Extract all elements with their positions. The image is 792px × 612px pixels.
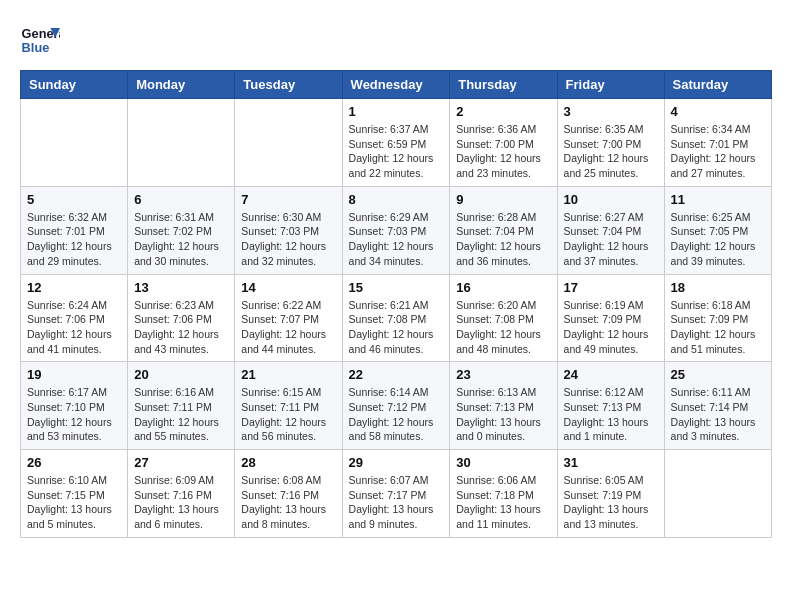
day-number: 3	[564, 104, 658, 119]
day-number: 22	[349, 367, 444, 382]
weekday-header: Tuesday	[235, 71, 342, 99]
day-info: Sunrise: 6:30 AM Sunset: 7:03 PM Dayligh…	[241, 210, 335, 269]
day-number: 8	[349, 192, 444, 207]
calendar-cell: 30Sunrise: 6:06 AM Sunset: 7:18 PM Dayli…	[450, 450, 557, 538]
calendar-week-row: 5Sunrise: 6:32 AM Sunset: 7:01 PM Daylig…	[21, 186, 772, 274]
day-info: Sunrise: 6:14 AM Sunset: 7:12 PM Dayligh…	[349, 385, 444, 444]
logo: General Blue	[20, 20, 68, 60]
day-number: 15	[349, 280, 444, 295]
calendar-cell: 19Sunrise: 6:17 AM Sunset: 7:10 PM Dayli…	[21, 362, 128, 450]
day-info: Sunrise: 6:37 AM Sunset: 6:59 PM Dayligh…	[349, 122, 444, 181]
day-info: Sunrise: 6:07 AM Sunset: 7:17 PM Dayligh…	[349, 473, 444, 532]
day-info: Sunrise: 6:19 AM Sunset: 7:09 PM Dayligh…	[564, 298, 658, 357]
day-number: 5	[27, 192, 121, 207]
day-number: 27	[134, 455, 228, 470]
calendar-cell: 2Sunrise: 6:36 AM Sunset: 7:00 PM Daylig…	[450, 99, 557, 187]
day-info: Sunrise: 6:05 AM Sunset: 7:19 PM Dayligh…	[564, 473, 658, 532]
day-info: Sunrise: 6:27 AM Sunset: 7:04 PM Dayligh…	[564, 210, 658, 269]
day-number: 21	[241, 367, 335, 382]
day-info: Sunrise: 6:24 AM Sunset: 7:06 PM Dayligh…	[27, 298, 121, 357]
day-info: Sunrise: 6:35 AM Sunset: 7:00 PM Dayligh…	[564, 122, 658, 181]
day-info: Sunrise: 6:15 AM Sunset: 7:11 PM Dayligh…	[241, 385, 335, 444]
weekday-header: Thursday	[450, 71, 557, 99]
day-number: 7	[241, 192, 335, 207]
calendar-cell: 20Sunrise: 6:16 AM Sunset: 7:11 PM Dayli…	[128, 362, 235, 450]
day-info: Sunrise: 6:36 AM Sunset: 7:00 PM Dayligh…	[456, 122, 550, 181]
calendar-cell: 12Sunrise: 6:24 AM Sunset: 7:06 PM Dayli…	[21, 274, 128, 362]
day-number: 17	[564, 280, 658, 295]
calendar-cell: 3Sunrise: 6:35 AM Sunset: 7:00 PM Daylig…	[557, 99, 664, 187]
calendar-cell: 31Sunrise: 6:05 AM Sunset: 7:19 PM Dayli…	[557, 450, 664, 538]
calendar-cell	[235, 99, 342, 187]
day-info: Sunrise: 6:10 AM Sunset: 7:15 PM Dayligh…	[27, 473, 121, 532]
calendar-cell	[664, 450, 771, 538]
day-number: 19	[27, 367, 121, 382]
calendar-cell: 1Sunrise: 6:37 AM Sunset: 6:59 PM Daylig…	[342, 99, 450, 187]
calendar-cell: 18Sunrise: 6:18 AM Sunset: 7:09 PM Dayli…	[664, 274, 771, 362]
svg-text:Blue: Blue	[22, 40, 50, 55]
day-number: 12	[27, 280, 121, 295]
day-info: Sunrise: 6:06 AM Sunset: 7:18 PM Dayligh…	[456, 473, 550, 532]
day-info: Sunrise: 6:13 AM Sunset: 7:13 PM Dayligh…	[456, 385, 550, 444]
day-number: 23	[456, 367, 550, 382]
calendar-week-row: 26Sunrise: 6:10 AM Sunset: 7:15 PM Dayli…	[21, 450, 772, 538]
calendar-cell	[21, 99, 128, 187]
day-number: 29	[349, 455, 444, 470]
calendar-cell: 22Sunrise: 6:14 AM Sunset: 7:12 PM Dayli…	[342, 362, 450, 450]
calendar-cell: 23Sunrise: 6:13 AM Sunset: 7:13 PM Dayli…	[450, 362, 557, 450]
calendar-cell: 15Sunrise: 6:21 AM Sunset: 7:08 PM Dayli…	[342, 274, 450, 362]
weekday-header: Wednesday	[342, 71, 450, 99]
calendar-cell: 28Sunrise: 6:08 AM Sunset: 7:16 PM Dayli…	[235, 450, 342, 538]
day-info: Sunrise: 6:34 AM Sunset: 7:01 PM Dayligh…	[671, 122, 765, 181]
day-number: 9	[456, 192, 550, 207]
page-header: General Blue	[20, 20, 772, 60]
calendar-cell: 16Sunrise: 6:20 AM Sunset: 7:08 PM Dayli…	[450, 274, 557, 362]
day-info: Sunrise: 6:22 AM Sunset: 7:07 PM Dayligh…	[241, 298, 335, 357]
day-info: Sunrise: 6:09 AM Sunset: 7:16 PM Dayligh…	[134, 473, 228, 532]
day-number: 26	[27, 455, 121, 470]
day-number: 13	[134, 280, 228, 295]
day-number: 20	[134, 367, 228, 382]
day-info: Sunrise: 6:32 AM Sunset: 7:01 PM Dayligh…	[27, 210, 121, 269]
weekday-header: Friday	[557, 71, 664, 99]
calendar-table: SundayMondayTuesdayWednesdayThursdayFrid…	[20, 70, 772, 538]
calendar-week-row: 1Sunrise: 6:37 AM Sunset: 6:59 PM Daylig…	[21, 99, 772, 187]
day-number: 4	[671, 104, 765, 119]
calendar-header-row: SundayMondayTuesdayWednesdayThursdayFrid…	[21, 71, 772, 99]
calendar-cell: 24Sunrise: 6:12 AM Sunset: 7:13 PM Dayli…	[557, 362, 664, 450]
day-info: Sunrise: 6:20 AM Sunset: 7:08 PM Dayligh…	[456, 298, 550, 357]
calendar-cell: 5Sunrise: 6:32 AM Sunset: 7:01 PM Daylig…	[21, 186, 128, 274]
calendar-cell: 8Sunrise: 6:29 AM Sunset: 7:03 PM Daylig…	[342, 186, 450, 274]
day-info: Sunrise: 6:12 AM Sunset: 7:13 PM Dayligh…	[564, 385, 658, 444]
calendar-week-row: 19Sunrise: 6:17 AM Sunset: 7:10 PM Dayli…	[21, 362, 772, 450]
calendar-cell: 14Sunrise: 6:22 AM Sunset: 7:07 PM Dayli…	[235, 274, 342, 362]
calendar-cell: 17Sunrise: 6:19 AM Sunset: 7:09 PM Dayli…	[557, 274, 664, 362]
weekday-header: Sunday	[21, 71, 128, 99]
day-info: Sunrise: 6:29 AM Sunset: 7:03 PM Dayligh…	[349, 210, 444, 269]
day-number: 2	[456, 104, 550, 119]
day-number: 6	[134, 192, 228, 207]
day-number: 10	[564, 192, 658, 207]
day-number: 11	[671, 192, 765, 207]
day-info: Sunrise: 6:21 AM Sunset: 7:08 PM Dayligh…	[349, 298, 444, 357]
day-number: 31	[564, 455, 658, 470]
calendar-cell: 13Sunrise: 6:23 AM Sunset: 7:06 PM Dayli…	[128, 274, 235, 362]
calendar-week-row: 12Sunrise: 6:24 AM Sunset: 7:06 PM Dayli…	[21, 274, 772, 362]
calendar-cell: 27Sunrise: 6:09 AM Sunset: 7:16 PM Dayli…	[128, 450, 235, 538]
day-number: 28	[241, 455, 335, 470]
calendar-cell: 6Sunrise: 6:31 AM Sunset: 7:02 PM Daylig…	[128, 186, 235, 274]
day-number: 1	[349, 104, 444, 119]
day-info: Sunrise: 6:16 AM Sunset: 7:11 PM Dayligh…	[134, 385, 228, 444]
weekday-header: Saturday	[664, 71, 771, 99]
day-number: 18	[671, 280, 765, 295]
calendar-cell: 29Sunrise: 6:07 AM Sunset: 7:17 PM Dayli…	[342, 450, 450, 538]
calendar-cell	[128, 99, 235, 187]
logo-icon: General Blue	[20, 20, 60, 60]
day-info: Sunrise: 6:11 AM Sunset: 7:14 PM Dayligh…	[671, 385, 765, 444]
day-info: Sunrise: 6:28 AM Sunset: 7:04 PM Dayligh…	[456, 210, 550, 269]
day-info: Sunrise: 6:18 AM Sunset: 7:09 PM Dayligh…	[671, 298, 765, 357]
weekday-header: Monday	[128, 71, 235, 99]
day-info: Sunrise: 6:17 AM Sunset: 7:10 PM Dayligh…	[27, 385, 121, 444]
calendar-cell: 9Sunrise: 6:28 AM Sunset: 7:04 PM Daylig…	[450, 186, 557, 274]
calendar-cell: 25Sunrise: 6:11 AM Sunset: 7:14 PM Dayli…	[664, 362, 771, 450]
